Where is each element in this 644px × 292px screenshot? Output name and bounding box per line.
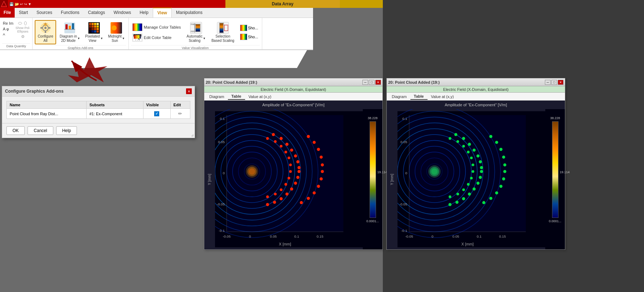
svg-text:X [mm]: X [mm] [279,242,291,246]
dialog-resize-handle[interactable]: ⊿ [191,133,194,137]
plot2-colorbar-max: 38.228 [550,116,560,120]
row-subsets: #1: Ex-Component [86,109,143,119]
visible-checkbox[interactable] [154,111,159,116]
plot1-title-bar: 20: Point Cloud Added (19:) ─ □ ✕ [204,78,382,86]
plot2-maximize-btn[interactable]: □ [551,80,557,85]
svg-point-160 [470,177,473,180]
plot1-colorbar-min: 0.0001... [366,219,379,223]
gear-icon[interactable]: ⚙ [21,34,25,39]
svg-point-151 [455,201,459,204]
plot1-title: 20: Point Cloud Added (19:) [206,80,257,84]
save-quick-btn[interactable]: 💾 [9,2,14,6]
diagram-2d-icon [63,21,76,34]
svg-point-78 [297,170,301,173]
dialog-close-btn[interactable]: ✕ [186,88,192,94]
svg-text:0: 0 [405,171,408,175]
plot1-tab-diagram[interactable]: Diagram [206,94,228,99]
row-visible-cell [143,109,170,119]
manage-color-tables-btn[interactable]: Manage Color Tables [131,23,182,32]
svg-point-153 [449,137,452,140]
show-pol-ellipses-btn[interactable] [18,21,28,26]
edit-pencil-btn[interactable]: ✏ [177,110,184,117]
edit-color-table-btn[interactable]: Edit Color Table [131,33,182,42]
re-im-btn[interactable]: Re Im [2,21,14,26]
ok-button[interactable]: OK [6,126,25,135]
tab-catalogs[interactable]: Catalogs [84,8,109,18]
svg-point-173 [495,191,498,195]
undo-quick-btn[interactable]: ↩ [20,2,23,6]
selection-scaling-icon [216,21,229,34]
svg-point-165 [489,135,492,138]
svg-point-171 [502,177,505,181]
data-quantity-label: Data Quantity [2,43,30,48]
plot1-close-btn[interactable]: ✕ [375,80,381,85]
pixelated-view-btn[interactable]: PixelatedView ▼ [84,20,104,44]
redo-quick-btn[interactable]: ↪ [24,2,27,6]
col-header-visible: Visible [143,101,170,109]
open-quick-btn[interactable]: 📂 [15,2,19,6]
plot2-title: 20: Point Cloud Added (19:) [388,80,440,84]
tab-start[interactable]: Start [15,8,32,18]
plot2-minimize-btn[interactable]: ─ [545,80,551,85]
plot2-colorbar-min: 0.0001... [549,219,561,223]
automatic-scaling-btn[interactable]: max min [185,20,207,44]
plot1-colorbar-max: 38.228 [368,116,378,120]
tab-help[interactable]: Help [135,8,153,18]
svg-point-92 [289,170,292,173]
svg-point-140 [468,143,471,146]
tab-windows[interactable]: Windows [109,8,135,18]
dropdown-arrow-pv: ▼ [100,37,103,40]
tab-manipulations[interactable]: Manipulations [172,8,207,18]
svg-point-100 [317,148,320,151]
plot1-minimize-btn[interactable]: ─ [362,80,368,85]
midnight-sun-label: MidnightSun ▼ [108,34,125,43]
svg-point-162 [462,189,465,191]
dropdown-quick-btn[interactable]: ▼ [28,2,31,6]
plot1-tab-value[interactable]: Value at (x,y) [245,94,275,99]
dropdown-arrow-2d: ▼ [77,37,80,40]
svg-text:0.05: 0.05 [270,234,277,238]
svg-point-101 [319,156,323,159]
plot1-maximize-btn[interactable]: □ [369,80,375,85]
configure-all-btn[interactable]: ConfigureAll [35,20,56,44]
edit-color-icon [132,34,142,42]
svg-text:X [mm]: X [mm] [461,242,473,246]
svg-point-97 [266,195,269,198]
tab-sources[interactable]: Sources [32,8,57,18]
a-phi-btn[interactable]: A φ [2,26,14,31]
svg-text:0.15: 0.15 [499,234,506,238]
svg-point-87 [274,140,277,143]
svg-rect-8 [45,31,46,33]
svg-text:-0.05: -0.05 [217,202,225,206]
help-button[interactable]: Help [56,126,77,135]
dialog-title: Configure Graphics Add-ons [5,89,64,94]
svg-rect-33 [97,30,99,33]
svg-point-161 [467,183,470,186]
plot2-content: Amplitude of "Ex-Component" [V/m] Y [mm] [387,101,565,249]
svg-point-142 [477,154,480,157]
plot1-y-axis-label: Y [mm] [208,174,212,185]
graphics-addons-items: ConfigureAll Diagram in2D Mode ▼ [35,19,126,44]
svg-text:0.15: 0.15 [317,234,324,238]
svg-rect-32 [94,30,96,33]
tab-functions[interactable]: Functions [57,8,84,18]
superscript-a-btn[interactable]: A [2,32,14,38]
plot2-close-btn[interactable]: ✕ [558,80,564,85]
plot2-tab-value[interactable]: Value at (x,y) [428,94,458,99]
svg-point-175 [482,201,486,204]
show-btn-2[interactable]: Sho... [239,33,260,41]
svg-point-159 [472,170,474,173]
selection-scaling-btn[interactable]: SelectionBased Scaling [210,20,236,44]
show-btn-1[interactable]: Sho... [239,24,260,32]
diagram-2d-btn[interactable]: Diagram in2D Mode ▼ [58,20,82,44]
tab-view[interactable]: View [153,8,172,18]
plot2-tab-table[interactable]: Table [410,93,428,100]
plot1-tab-table[interactable]: Table [228,93,245,100]
midnight-sun-btn[interactable]: MidnightSun ▼ [107,20,126,44]
cancel-button[interactable]: Cancel [28,126,53,135]
edit-color-table-label: Edit Color Table [144,35,171,40]
plot2-tab-diagram[interactable]: Diagram [388,94,410,99]
svg-text:0.1: 0.1 [402,117,408,121]
svg-point-82 [286,193,289,196]
tab-file[interactable]: File [0,8,15,18]
